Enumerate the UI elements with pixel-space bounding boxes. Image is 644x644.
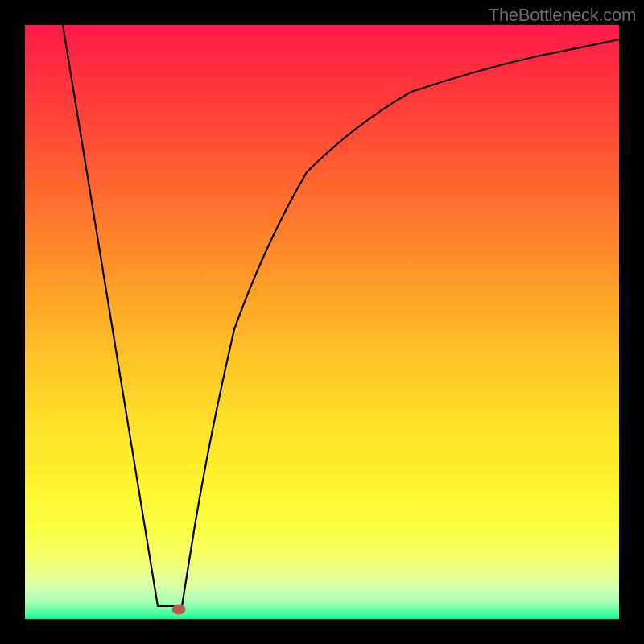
curve-left-segment	[63, 25, 158, 606]
marker-dot	[172, 605, 185, 614]
watermark-text: TheBottleneck.com	[489, 5, 636, 26]
curve-right-segment	[182, 39, 619, 606]
chart-frame: TheBottleneck.com	[0, 0, 644, 644]
curve-svg	[25, 25, 619, 619]
plot-area	[25, 25, 619, 619]
